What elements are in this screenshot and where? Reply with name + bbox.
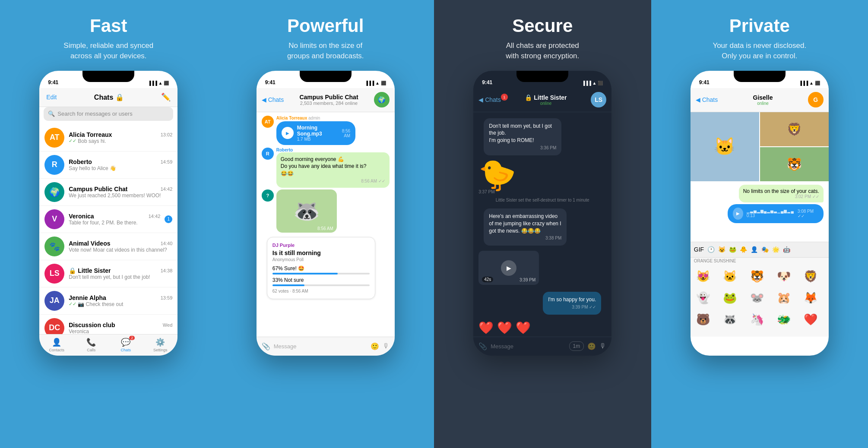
poll-sender: DJ Purple [272, 243, 370, 248]
sticker-item[interactable]: 🐻 [693, 310, 713, 330]
avatar: R [262, 148, 274, 160]
audio-size: 1.7 MB [297, 137, 334, 142]
sticker-item[interactable]: 🐱 [720, 267, 740, 287]
status-icons: ▐▐▐ ▲ ⬛ [799, 81, 820, 85]
list-item[interactable]: V Veronica14:42 Table for four, 2 PM. Be… [39, 206, 177, 233]
chat-info: Campus Public Chat14:42 We just reached … [69, 186, 172, 199]
poll-option: 67% Sure! 🤩 [272, 265, 370, 271]
sticker-tab[interactable]: 🎭 [761, 246, 769, 253]
compose-button[interactable]: ✏️ [161, 92, 171, 102]
audio-message[interactable]: ▶ Morning Song.mp3 1.7 MB 8:56 AM [276, 121, 355, 145]
message-row: Don't tell mom yet, but I got the job.I'… [478, 116, 582, 158]
back-button[interactable]: ◀ Chats [262, 96, 284, 103]
sticker-item[interactable]: 🐯 [747, 267, 767, 287]
chat-info: Jennie Alpha13:59 ✓✓ 📷 Check these out [69, 294, 172, 307]
mic-icon[interactable]: 🎙 [383, 342, 390, 350]
group-title-block: Campus Public Chat 2,503 members, 284 on… [288, 94, 370, 106]
fast-panel: Fast Simple, reliable and syncedacross a… [0, 0, 217, 448]
play-button[interactable]: ▶ [501, 260, 516, 276]
sticker-item[interactable]: 😻 [693, 267, 713, 287]
list-item[interactable]: LS 🔒 Little Sister14:38 Don't tell mom y… [39, 260, 177, 287]
poll-question: Is it still morning [272, 249, 370, 256]
back-button[interactable]: ◀ Chats1 [478, 96, 501, 103]
search-placeholder: Search for messages or users [57, 110, 132, 117]
text-message: Here's an embarrassing video of me jumpi… [484, 208, 567, 246]
bottom-tabs: 👤 Contacts 📞 Calls 💬 2 Chats ⚙️ Settings [39, 334, 177, 356]
message-row: I'm so happy for you. 3:39 PM ✓✓ [478, 289, 606, 317]
list-item[interactable]: DC Discussion clubWed Veronica [39, 315, 177, 334]
tab-calls[interactable]: 📞 Calls [74, 334, 108, 356]
list-item[interactable]: JA Jennie Alpha13:59 ✓✓ 📷 Check these ou… [39, 287, 177, 315]
msg-time: 3:02 PM ✓✓ [743, 194, 819, 199]
powerful-title: Powerful [287, 16, 364, 36]
sticker-tab[interactable]: 😺 [718, 246, 725, 253]
attach-icon[interactable]: 📎 [478, 342, 487, 350]
sticker-item[interactable]: 🦝 [720, 310, 740, 330]
video-duration: 42s [482, 277, 493, 282]
sticker-tab[interactable]: 🤖 [783, 246, 790, 253]
sticker-item[interactable]: 🐭 [747, 288, 767, 308]
msg-time: 3:38 PM [489, 235, 561, 241]
edit-button[interactable]: Edit [46, 94, 57, 101]
list-item[interactable]: AT Alicia Torreaux13:02 ✓✓ Bob says hi. [39, 124, 177, 151]
tab-chats-label: Chats [120, 348, 131, 352]
search-bar[interactable]: 🔍 Search for messages or users [44, 107, 173, 121]
message-input[interactable]: Message [274, 343, 367, 350]
attach-icon[interactable]: 📎 [262, 342, 270, 350]
sticker-tab[interactable]: 🕐 [707, 246, 715, 253]
sticker-item[interactable]: 🐹 [774, 288, 794, 308]
sticker-icon[interactable]: 🙂 [371, 342, 379, 350]
avatar: JA [44, 291, 64, 311]
tab-chats[interactable]: 💬 2 Chats [108, 334, 143, 356]
list-item[interactable]: 🐾 Animal Videos14:40 Vote now! Moar cat … [39, 233, 177, 260]
sticker-grid: 😻 🐱 🐯 🐶 🦁 👻 🐸 🐭 🐹 🦊 🐻 🦝 🦄 🐲 ❤️ [691, 264, 829, 332]
play-button[interactable]: ▶ [733, 208, 743, 220]
audio-title: Morning Song.mp3 [297, 125, 334, 137]
secure-title: Secure [512, 16, 573, 36]
audio-info: Morning Song.mp3 1.7 MB [297, 125, 334, 142]
tab-contacts[interactable]: 👤 Contacts [39, 334, 74, 356]
photo-column: 🦁 🐯 [760, 112, 829, 181]
sticker-tab[interactable]: 🌟 [772, 246, 779, 253]
sticker-item[interactable]: 🐸 [720, 288, 740, 308]
avatar: V [44, 209, 64, 229]
audio-message[interactable]: ▶ ▁▃▅▂▆▄▂▅▃▁▄▆▂▄ 0:13 3:08 PM ✓✓ [728, 204, 824, 223]
sticker-item[interactable]: ❤️ [801, 310, 820, 330]
video-message[interactable]: ▶ 42s 3:39 PM [478, 251, 539, 284]
text-message: Good morning everyone 💪Do you have any i… [276, 152, 390, 188]
timer-button[interactable]: 1m [569, 341, 584, 351]
tab-settings[interactable]: ⚙️ Settings [143, 334, 177, 356]
fast-subtitle: Simple, reliable and syncedacross all yo… [63, 41, 153, 61]
contact-status: online [505, 101, 587, 106]
sticker-item[interactable]: 🐲 [774, 310, 794, 330]
list-item[interactable]: R Roberto14:59 Say hello to Alice 👋 [39, 151, 177, 179]
message-input[interactable]: Message [491, 343, 565, 350]
sticker-item[interactable]: 🐶 [774, 267, 794, 287]
list-item[interactable]: 🌍 Campus Public Chat14:42 We just reache… [39, 179, 177, 206]
sticker-item[interactable]: 🦄 [747, 310, 767, 330]
calls-icon: 📞 [86, 338, 96, 347]
poll-option: 33% Not sure [272, 277, 370, 283]
status-icons: ▐▐▐ ▲ ⬛ [365, 81, 386, 85]
avatar: LS [44, 264, 64, 284]
sticker-icon[interactable]: 🙂 [587, 342, 596, 350]
sticker-tab[interactable]: 🐥 [740, 246, 747, 253]
sent-message: I'm so happy for you. 3:39 PM ✓✓ [543, 292, 601, 315]
sticker-item[interactable]: 🦁 [801, 267, 820, 287]
msg-sender: Roberto [276, 148, 390, 152]
sticker-item[interactable]: 🦊 [801, 288, 820, 308]
sticker-tab[interactable]: 🐸 [729, 246, 736, 253]
audio-duration: 0:13 [747, 213, 794, 218]
sent-message: No limits on the size of your cats. 3:02… [739, 185, 824, 202]
notch [300, 71, 352, 82]
play-button[interactable]: ▶ [282, 127, 294, 139]
sticker-tab[interactable]: GIF [694, 246, 704, 253]
mic-icon[interactable]: 🎙 [599, 342, 606, 350]
message-row: R Roberto Good morning everyone 💪Do you … [262, 148, 390, 188]
poll-type: Anonymous Poll [272, 257, 370, 262]
secure-panel: Secure All chats are protectedwith stron… [434, 0, 651, 448]
sticker-panel: GIF 🕐 😺 🐸 🐥 👤 🎭 🌟 🤖 ORANGE SUNSHINE 😻 🐱 … [691, 242, 829, 337]
back-button[interactable]: ◀ Chats [696, 96, 718, 103]
sticker-item[interactable]: 👻 [693, 288, 713, 308]
sticker-tab[interactable]: 👤 [751, 246, 758, 253]
